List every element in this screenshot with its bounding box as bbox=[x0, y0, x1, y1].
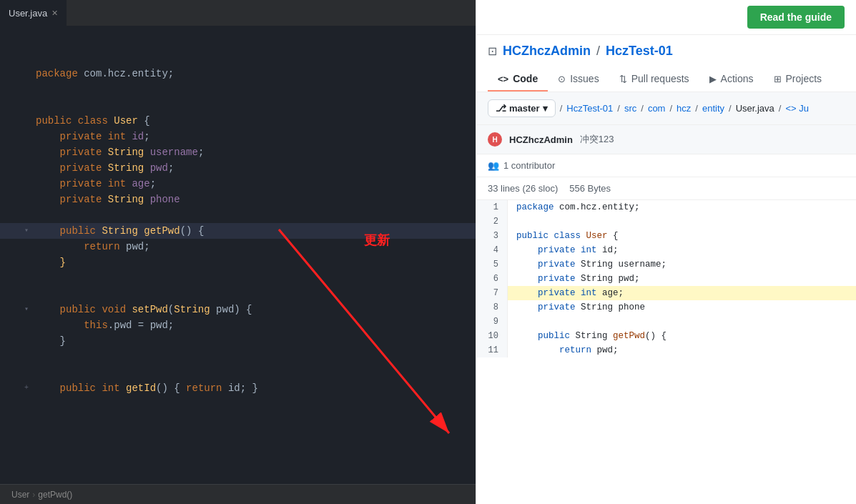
code-line: private String phone bbox=[0, 192, 476, 207]
line-content: private String username; bbox=[36, 144, 467, 160]
code-line: } bbox=[0, 333, 476, 349]
nav-tab-code[interactable]: <> Code bbox=[488, 67, 548, 92]
ide-panel: User.java ✕ package com.hcz.entity; bbox=[0, 0, 476, 504]
nav-tab-pull-requests[interactable]: ⇅ Pull requests bbox=[609, 67, 699, 92]
breadcrumb-separator: › bbox=[32, 490, 35, 500]
pull-requests-icon: ⇅ bbox=[619, 74, 627, 84]
nav-tab-projects-label: Projects bbox=[786, 73, 822, 84]
path-link-repo[interactable]: HczTest-01 bbox=[566, 103, 613, 114]
gh-code-line: 4 private int id; bbox=[476, 243, 856, 257]
path-link-hcz[interactable]: hcz bbox=[677, 103, 691, 114]
code-line bbox=[0, 81, 476, 97]
gh-code-line: 1 package com.hcz.entity; bbox=[476, 200, 856, 214]
repo-nav: <> Code ⊙ Issues ⇅ Pull requests ▶ Actio… bbox=[488, 67, 845, 92]
gh-line-number: 6 bbox=[476, 272, 508, 286]
repo-header: ⊡ HCZhczAdmin / HczTest-01 <> Code ⊙ Iss… bbox=[476, 35, 856, 92]
gh-line-content: private int id; bbox=[508, 243, 856, 257]
gh-line-content: private int age; bbox=[508, 286, 856, 300]
path-sep: / bbox=[729, 103, 732, 114]
line-content: this.pwd = pwd; bbox=[36, 317, 467, 333]
code-line: package com.hcz.entity; bbox=[0, 66, 476, 81]
branch-selector[interactable]: ⎇ master ▾ bbox=[488, 99, 556, 117]
gh-code-line: 3 public class User { bbox=[476, 229, 856, 243]
code-line bbox=[0, 365, 476, 380]
contributor-bar: 👥 1 contributor bbox=[476, 154, 856, 177]
gh-line-content: private String pwd; bbox=[508, 272, 856, 286]
code-line: return pwd; bbox=[0, 239, 476, 255]
github-top-bar: Read the guide bbox=[476, 0, 856, 35]
line-content bbox=[36, 207, 467, 223]
nav-tab-issues-label: Issues bbox=[570, 73, 599, 84]
path-current-file: User.java bbox=[736, 103, 774, 114]
line-content bbox=[36, 365, 467, 380]
repo-name-link[interactable]: HczTest-01 bbox=[606, 44, 673, 59]
code-line bbox=[0, 270, 476, 286]
repo-separator: / bbox=[596, 44, 600, 59]
read-guide-button[interactable]: Read the guide bbox=[747, 6, 845, 29]
ide-tab-user-java[interactable]: User.java ✕ bbox=[0, 0, 67, 26]
line-number: + bbox=[0, 380, 36, 396]
nav-tab-actions-label: Actions bbox=[721, 73, 754, 84]
code-icon: <> bbox=[498, 74, 508, 84]
gh-line-number: 7 bbox=[476, 286, 508, 300]
path-link-com[interactable]: com bbox=[648, 103, 666, 114]
gh-line-content: public class User { bbox=[508, 229, 856, 243]
file-info-bar: 33 lines (26 sloc) 556 Bytes bbox=[476, 177, 856, 200]
line-content: private String phone bbox=[36, 192, 467, 207]
code-view[interactable]: 1 package com.hcz.entity; 2 3 public cla… bbox=[476, 200, 856, 504]
line-content: return pwd; bbox=[36, 239, 467, 255]
github-panel: Read the guide ⊡ HCZhczAdmin / HczTest-0… bbox=[476, 0, 856, 504]
path-link-src[interactable]: src bbox=[624, 103, 636, 114]
file-lines: 33 lines (26 sloc) bbox=[488, 183, 558, 194]
tab-label: User.java bbox=[9, 8, 47, 19]
close-tab-button[interactable]: ✕ bbox=[51, 9, 58, 18]
actions-icon: ▶ bbox=[709, 74, 717, 84]
commit-avatar: H bbox=[488, 132, 502, 147]
commit-username: HCZhczAdmin bbox=[509, 134, 573, 145]
gh-line-content bbox=[508, 315, 856, 329]
gh-code-line: 9 bbox=[476, 315, 856, 329]
nav-tab-projects[interactable]: ⊞ Projects bbox=[764, 67, 832, 92]
line-content bbox=[36, 50, 467, 66]
gh-code-line: 10 public String getPwd() { bbox=[476, 329, 856, 343]
line-content bbox=[36, 349, 467, 365]
line-content: private int id; bbox=[36, 129, 467, 144]
repo-icon: ⊡ bbox=[488, 44, 497, 58]
repo-org-link[interactable]: HCZhczAdmin bbox=[503, 44, 591, 59]
line-content bbox=[36, 97, 467, 113]
code-line bbox=[0, 50, 476, 66]
line-content bbox=[36, 286, 467, 302]
nav-tab-pr-label: Pull requests bbox=[631, 73, 689, 84]
line-content bbox=[36, 81, 467, 97]
gh-code-line-highlighted: 7 private int age; bbox=[476, 286, 856, 300]
path-link-entity[interactable]: entity bbox=[702, 103, 724, 114]
gh-line-number: 11 bbox=[476, 343, 508, 357]
gh-code-line: 5 private String username; bbox=[476, 257, 856, 272]
gh-line-content: package com.hcz.entity; bbox=[508, 200, 856, 214]
fold-arrow[interactable]: ▾ bbox=[24, 302, 29, 317]
line-number: ▾ bbox=[0, 223, 36, 239]
code-line: ▾ public String getPwd() { bbox=[0, 223, 476, 239]
code-line: private String pwd; bbox=[0, 160, 476, 176]
gh-line-content bbox=[508, 214, 856, 229]
line-number: ▾ bbox=[0, 302, 36, 317]
code-line: } bbox=[0, 255, 476, 270]
issues-icon: ⊙ bbox=[558, 74, 566, 84]
nav-tab-issues[interactable]: ⊙ Issues bbox=[548, 67, 609, 92]
file-size: 556 Bytes bbox=[569, 183, 611, 194]
nav-tab-actions[interactable]: ▶ Actions bbox=[699, 67, 764, 92]
gh-code-line: 11 return pwd; bbox=[476, 343, 856, 357]
fold-arrow[interactable]: ▾ bbox=[24, 223, 29, 239]
path-sep: / bbox=[669, 103, 672, 114]
line-content: public int getId() { return id; } bbox=[36, 380, 467, 396]
code-line: + public int getId() { return id; } bbox=[0, 380, 476, 396]
path-sep: / bbox=[695, 103, 698, 114]
ide-code-area: package com.hcz.entity; public class Use… bbox=[0, 26, 476, 484]
line-content: private String pwd; bbox=[36, 160, 467, 176]
code-line: public class User { bbox=[0, 113, 476, 129]
fold-arrow[interactable]: + bbox=[24, 380, 29, 396]
branch-icon: ⎇ bbox=[496, 103, 506, 114]
gh-line-content: private String phone bbox=[508, 300, 856, 315]
gh-line-number: 5 bbox=[476, 257, 508, 272]
path-link-jump[interactable]: <> Ju bbox=[785, 103, 809, 114]
